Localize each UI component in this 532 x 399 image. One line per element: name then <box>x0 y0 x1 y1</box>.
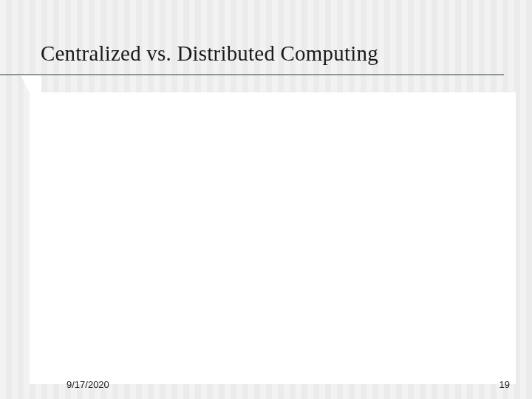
title-underline <box>0 74 504 75</box>
footer-date: 9/17/2020 <box>66 379 109 390</box>
title-tab-notch <box>30 75 41 93</box>
content-area <box>30 92 516 384</box>
title-block: Centralized vs. Distributed Computing <box>41 41 502 66</box>
footer-page-number: 19 <box>499 379 510 390</box>
slide-title: Centralized vs. Distributed Computing <box>41 41 502 66</box>
slide-footer: 9/17/2020 19 <box>0 379 532 390</box>
